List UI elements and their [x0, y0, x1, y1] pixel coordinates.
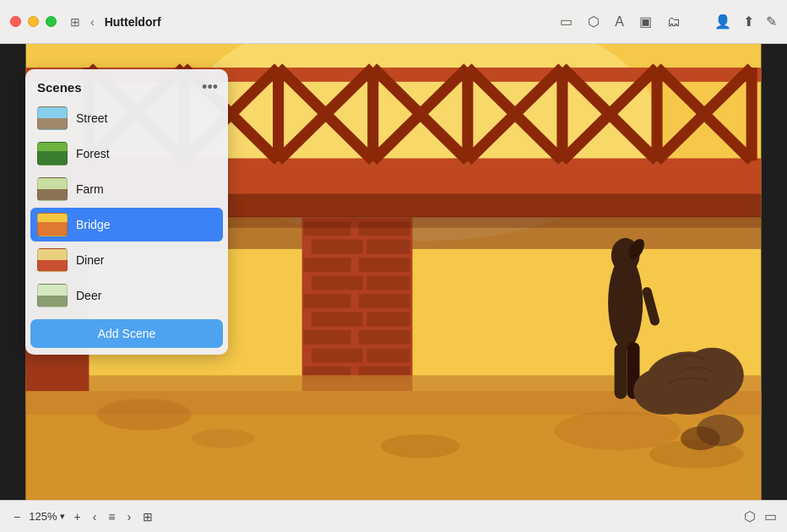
scenes-title: Scenes [37, 80, 82, 95]
panel-icon[interactable]: ▭ [764, 508, 777, 524]
svg-point-50 [555, 410, 681, 450]
scene-thumbnail-farm [37, 177, 68, 201]
svg-rect-40 [366, 312, 410, 327]
svg-rect-36 [366, 276, 410, 290]
minimize-button[interactable] [28, 16, 39, 27]
document-title: Hutteldorf [105, 15, 161, 29]
svg-point-49 [97, 399, 192, 430]
scene-thumbnail-forest [37, 142, 68, 166]
maximize-button[interactable] [46, 16, 57, 27]
scene-label-forest: Forest [76, 147, 110, 160]
zoom-value: 125% [29, 510, 57, 523]
scene-item-deer[interactable]: Deer [30, 279, 223, 312]
titlebar: ⊞ ‹ Hutteldorf ▭ ⬡ A ▣ 🗂 👤 ⬆ ✎ [0, 0, 787, 44]
main-content: Scenes ••• Street Forest Farm Bridge [0, 44, 787, 532]
titlebar-right: 👤 ⬆ ✎ [714, 14, 777, 30]
svg-rect-37 [303, 294, 350, 308]
scene-label-deer: Deer [76, 289, 101, 302]
share-icon[interactable]: ⬆ [743, 14, 754, 30]
add-scene-button[interactable]: Add Scene [30, 319, 223, 348]
bottom-right: ⬡ ▭ [744, 508, 777, 524]
scenes-menu-button[interactable]: ••• [202, 79, 218, 95]
edit-icon[interactable]: ✎ [766, 14, 777, 30]
shape-icon[interactable]: ⬡ [588, 14, 600, 30]
scene-label-bridge: Bridge [76, 218, 110, 231]
svg-rect-31 [312, 240, 363, 254]
scene-item-street[interactable]: Street [30, 101, 223, 135]
svg-rect-32 [366, 240, 410, 254]
add-frame-button[interactable]: ⊞ [139, 508, 156, 525]
svg-rect-44 [366, 349, 410, 363]
bottom-bar: − 125% ▾ + ‹ ≡ › ⊞ ⬡ ▭ [0, 500, 787, 532]
svg-point-69 [633, 367, 697, 415]
zoom-display: 125% ▾ [29, 510, 65, 523]
scene-label-street: Street [76, 111, 107, 125]
scene-item-forest[interactable]: Forest [30, 137, 223, 171]
toolbar-tools: ▭ ⬡ A ▣ 🗂 [560, 14, 681, 30]
svg-rect-41 [303, 330, 350, 345]
media-icon[interactable]: ▣ [639, 14, 652, 30]
svg-rect-33 [303, 258, 350, 272]
svg-rect-38 [359, 294, 410, 308]
zoom-dropdown-button[interactable]: ▾ [60, 511, 65, 522]
scene-item-farm[interactable]: Farm [30, 172, 223, 206]
scene-list: Street Forest Farm Bridge Diner Deer [25, 101, 228, 312]
scenes-panel: Scenes ••• Street Forest Farm Bridge [25, 69, 228, 355]
svg-rect-43 [312, 349, 363, 363]
back-button[interactable]: ‹ [87, 14, 98, 30]
scene-thumbnail-street [37, 106, 68, 130]
svg-rect-42 [359, 330, 410, 345]
scene-thumbnail-diner [37, 248, 68, 272]
close-button[interactable] [10, 16, 21, 27]
nav-forward-button[interactable]: › [123, 508, 134, 525]
text-icon[interactable]: A [615, 14, 624, 30]
folder-icon[interactable]: 🗂 [667, 14, 681, 30]
svg-rect-39 [312, 312, 363, 327]
scene-item-diner[interactable]: Diner [30, 243, 223, 277]
scenes-header: Scenes ••• [25, 69, 228, 101]
svg-rect-34 [359, 258, 410, 272]
svg-rect-64 [615, 344, 627, 399]
nav-back-button[interactable]: ‹ [90, 508, 100, 525]
collaborate-icon[interactable]: 👤 [714, 14, 731, 30]
svg-rect-35 [312, 276, 363, 290]
zoom-in-button[interactable]: + [70, 508, 84, 525]
scene-item-bridge[interactable]: Bridge [30, 208, 223, 242]
scene-label-diner: Diner [76, 253, 104, 267]
zoom-out-button[interactable]: − [10, 508, 24, 525]
sidebar-toggle-button[interactable]: ⊞ [67, 14, 84, 30]
svg-point-71 [681, 426, 720, 450]
traffic-lights [10, 16, 57, 27]
scene-label-farm: Farm [76, 182, 104, 196]
titlebar-nav: ⊞ ‹ [67, 14, 98, 30]
svg-point-52 [192, 429, 255, 448]
list-view-button[interactable]: ≡ [105, 508, 118, 525]
connect-icon[interactable]: ⬡ [744, 508, 756, 524]
svg-point-51 [381, 434, 459, 458]
layout-icon[interactable]: ▭ [560, 14, 573, 30]
scene-thumbnail-bridge [37, 213, 68, 236]
scene-thumbnail-deer [37, 284, 68, 307]
